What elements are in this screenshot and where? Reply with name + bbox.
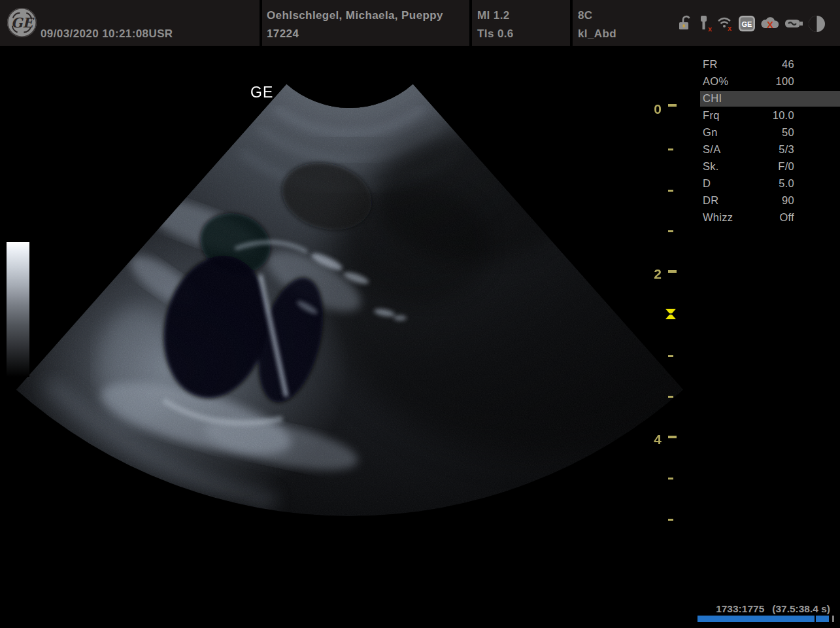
cine-position-marker	[815, 616, 816, 622]
param-label: FR	[703, 58, 718, 73]
ultrasound-screen: GE 09/03/2020 10:21:08USR Oehlschlegel, …	[0, 0, 840, 628]
cine-frame-counter: 1733:1775	[716, 603, 764, 615]
param-value: F/0	[778, 160, 794, 175]
param-label: Frq	[703, 109, 720, 124]
param-label: DR	[703, 194, 718, 209]
param-row-fr[interactable]: FR 46	[703, 58, 794, 73]
param-row-d[interactable]: D 5.0	[703, 177, 794, 192]
param-label: Whizz	[703, 211, 733, 226]
param-value: 10.0	[773, 109, 794, 124]
depth-tick	[668, 519, 673, 521]
param-value: 5.0	[779, 177, 794, 192]
depth-tick	[668, 396, 673, 398]
cine-time-counter: (37.5:38.4 s)	[772, 603, 830, 615]
param-row-frq[interactable]: Frq 10.0	[703, 109, 794, 124]
cine-status: 1733:1775 (37.5:38.4 s)	[716, 603, 830, 615]
depth-label-0: 0	[645, 101, 662, 117]
focus-marker-icon[interactable]	[665, 309, 677, 319]
param-row-gn[interactable]: Gn 50	[703, 126, 794, 141]
depth-tick-major	[668, 436, 677, 438]
depth-tick-major	[668, 104, 677, 107]
depth-label-2: 2	[645, 266, 662, 282]
param-value: Off	[779, 211, 794, 226]
param-value: 100	[776, 75, 794, 90]
depth-tick	[668, 190, 673, 192]
depth-tick-major	[668, 270, 677, 273]
cine-progress-bar[interactable]	[697, 616, 829, 622]
depth-tick	[668, 478, 673, 480]
param-label: Sk.	[703, 160, 719, 175]
cine-end-tick	[832, 616, 834, 622]
depth-label-4: 4	[645, 432, 662, 447]
param-row-sa[interactable]: S/A 5/3	[703, 143, 794, 158]
image-vendor-label: GE	[250, 84, 273, 101]
depth-tick	[668, 355, 673, 357]
param-row-chi[interactable]: CHI	[703, 92, 794, 107]
param-label: AO%	[703, 75, 728, 90]
param-value: 90	[782, 194, 794, 209]
param-row-ao[interactable]: AO% 100	[703, 75, 794, 90]
depth-tick	[668, 148, 673, 150]
param-label: D	[703, 177, 711, 192]
param-value: 5/3	[779, 143, 794, 158]
param-label: S/A	[703, 143, 721, 158]
param-row-dr[interactable]: DR 90	[703, 194, 794, 209]
grayscale-bar	[7, 242, 29, 377]
depth-tick	[668, 230, 673, 232]
param-label: Gn	[703, 126, 718, 141]
param-value: 50	[782, 126, 794, 141]
param-label: CHI	[703, 92, 722, 107]
param-value: 46	[782, 58, 794, 73]
param-row-whizz[interactable]: Whizz Off	[703, 211, 794, 226]
param-row-sk[interactable]: Sk. F/0	[703, 160, 794, 175]
